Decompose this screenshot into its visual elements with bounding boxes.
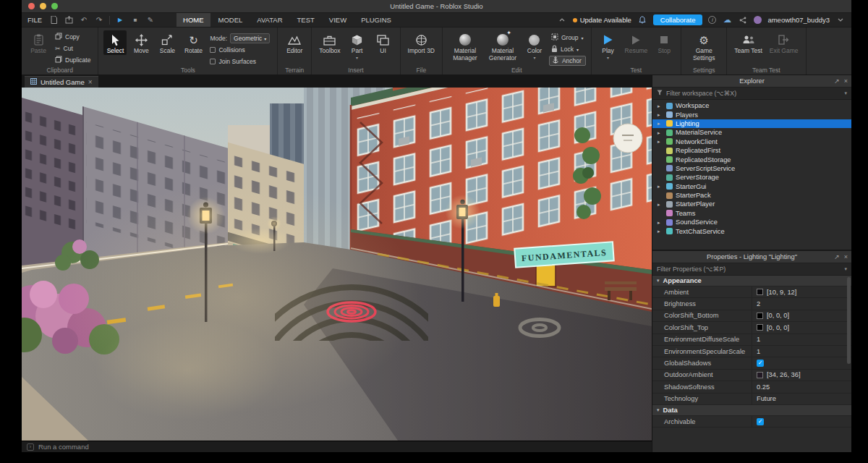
resume-button[interactable]: Resume bbox=[623, 30, 650, 55]
close-window-button[interactable] bbox=[28, 3, 35, 9]
redo-icon[interactable]: ↷ bbox=[94, 15, 104, 25]
popout-icon[interactable]: ↗ bbox=[834, 253, 840, 260]
color-swatch[interactable] bbox=[757, 324, 763, 331]
explorer-item-starter-pack[interactable]: ▸StarterPack bbox=[652, 191, 851, 200]
part-button[interactable]: Part ▾ bbox=[346, 30, 369, 60]
copy-button[interactable]: Copy bbox=[53, 32, 93, 42]
expand-arrow-icon[interactable]: ▸ bbox=[658, 229, 663, 234]
zoom-window-button[interactable] bbox=[51, 3, 58, 9]
expand-arrow-icon[interactable]: ▸ bbox=[658, 103, 663, 109]
expand-arrow-icon[interactable]: ▸ bbox=[658, 202, 663, 207]
close-panel-icon[interactable]: × bbox=[844, 253, 848, 260]
anchor-button[interactable]: Anchor bbox=[549, 56, 586, 66]
rotate-tool-button[interactable]: ↻ Rotate bbox=[182, 30, 205, 55]
color-swatch[interactable] bbox=[757, 289, 763, 295]
command-bar[interactable]: › Run a command bbox=[22, 441, 652, 452]
expand-arrow-icon[interactable]: ▸ bbox=[658, 220, 663, 225]
tab-plugins[interactable]: PLUGINS bbox=[354, 13, 398, 27]
property-colorshift_top[interactable]: ColorShift_Top[0, 0, 0] bbox=[652, 322, 851, 334]
new-file-icon[interactable] bbox=[48, 15, 59, 25]
color-swatch[interactable] bbox=[757, 372, 763, 378]
user-avatar[interactable] bbox=[754, 16, 762, 24]
explorer-item-starter-gui[interactable]: ▸StarterGui bbox=[652, 182, 851, 191]
duplicate-button[interactable]: Duplicate bbox=[53, 55, 93, 65]
explorer-item-starter-player[interactable]: ▸StarterPlayer bbox=[652, 200, 851, 208]
explorer-item-text-chat-service[interactable]: ▸TextChatService bbox=[652, 226, 851, 235]
document-tab-untitled-game[interactable]: Untitled Game × bbox=[25, 76, 98, 88]
property-archivable[interactable]: Archivable✓ bbox=[652, 416, 851, 428]
explorer-item-replicated-first[interactable]: ▸ReplicatedFirst bbox=[652, 146, 851, 155]
explorer-item-server-script-service[interactable]: ▸ServerScriptService bbox=[652, 164, 851, 173]
explorer-item-sound-service[interactable]: ▸SoundService bbox=[652, 218, 851, 226]
terrain-editor-button[interactable]: Editor bbox=[283, 30, 306, 55]
explorer-item-server-storage[interactable]: ▸ServerStorage bbox=[652, 173, 851, 182]
property-value[interactable]: 1 bbox=[757, 348, 760, 355]
properties-filter-input[interactable]: Filter Properties (⌥⌘P) ▾ bbox=[652, 263, 851, 276]
chevron-down-icon[interactable] bbox=[835, 15, 846, 25]
exit-game-button[interactable]: Exit Game bbox=[767, 30, 801, 55]
explorer-item-workspace[interactable]: ▸Workspace bbox=[652, 101, 851, 110]
popout-icon[interactable]: ↗ bbox=[834, 77, 840, 85]
checkbox-checked-icon[interactable]: ✓ bbox=[757, 418, 764, 425]
property-value[interactable]: 0.25 bbox=[757, 383, 770, 391]
notifications-bell-icon[interactable] bbox=[637, 15, 647, 25]
explorer-item-replicated-storage[interactable]: ▸ReplicatedStorage bbox=[652, 155, 851, 163]
properties-header[interactable]: Properties - Lighting "Lighting" ↗ × bbox=[652, 251, 851, 263]
quick-play-icon[interactable]: ▶ bbox=[115, 15, 125, 25]
expand-arrow-icon[interactable]: ▸ bbox=[658, 112, 663, 117]
explorer-header[interactable]: Explorer ↗ × bbox=[652, 75, 851, 88]
cloud-icon[interactable]: ☁ bbox=[722, 15, 732, 25]
file-menu-button[interactable]: FILE bbox=[27, 16, 42, 24]
close-panel-icon[interactable]: × bbox=[844, 77, 848, 85]
explorer-item-players[interactable]: ▸Players bbox=[652, 110, 851, 119]
update-available-button[interactable]: Update Available bbox=[573, 16, 631, 24]
lock-button[interactable]: Lock ▾ bbox=[549, 44, 586, 54]
play-button[interactable]: Play ▾ bbox=[597, 30, 620, 60]
material-manager-button[interactable]: Material Manager bbox=[448, 30, 482, 62]
property-value[interactable]: Future bbox=[757, 395, 776, 402]
property-shadowsoftness[interactable]: ShadowSoftness0.25 bbox=[652, 381, 851, 393]
paste-button[interactable]: Paste bbox=[27, 30, 50, 55]
property-value[interactable]: 1 bbox=[757, 336, 760, 343]
toolbox-button[interactable]: Toolbox bbox=[317, 30, 342, 55]
select-tool-button[interactable]: Select bbox=[103, 30, 127, 55]
property-value[interactable]: 2 bbox=[757, 300, 760, 307]
collisions-checkbox[interactable]: Collisions bbox=[208, 45, 272, 55]
join-surfaces-checkbox[interactable]: Join Surfaces bbox=[208, 56, 272, 67]
explorer-item-lighting[interactable]: ▸Lighting bbox=[652, 119, 851, 128]
tab-view[interactable]: VIEW bbox=[323, 13, 353, 27]
tab-avatar[interactable]: AVATAR bbox=[250, 13, 289, 27]
explorer-item-network-client[interactable]: ▸NetworkClient bbox=[652, 137, 851, 146]
property-value[interactable]: [10, 9, 12] bbox=[767, 289, 796, 296]
title-bar[interactable]: Untitled Game - Roblox Studio bbox=[22, 0, 851, 13]
import-3d-button[interactable]: Import 3D bbox=[406, 30, 437, 55]
property-value[interactable]: [0, 0, 0] bbox=[767, 324, 789, 331]
scale-tool-button[interactable]: Scale bbox=[156, 30, 179, 55]
quick-stop-icon[interactable]: ■ bbox=[130, 15, 140, 25]
section-header-appearance[interactable]: ▾Appearance bbox=[652, 276, 851, 286]
cut-button[interactable]: ✂ Cut bbox=[53, 43, 93, 54]
minimize-window-button[interactable] bbox=[40, 3, 46, 9]
game-settings-button[interactable]: ⚙ Game Settings bbox=[686, 30, 721, 62]
3d-viewport-scene[interactable]: FUNDAMENTALS bbox=[22, 88, 652, 441]
property-ambient[interactable]: Ambient[10, 9, 12] bbox=[652, 286, 851, 298]
group-button[interactable]: Group ▾ bbox=[549, 33, 586, 43]
expand-arrow-icon[interactable]: ▸ bbox=[658, 130, 663, 135]
color-swatch[interactable] bbox=[757, 313, 763, 319]
property-brightness[interactable]: Brightness2 bbox=[652, 298, 851, 310]
stop-button[interactable]: Stop bbox=[652, 30, 676, 55]
property-environmentdiffusescale[interactable]: EnvironmentDiffuseScale1 bbox=[652, 334, 851, 346]
team-test-button[interactable]: Team Test bbox=[732, 30, 765, 55]
property-globalshadows[interactable]: GlobalShadows✓ bbox=[652, 357, 851, 369]
properties-scrollbar[interactable] bbox=[847, 277, 851, 364]
expand-arrow-icon[interactable]: ▸ bbox=[658, 121, 663, 126]
tab-test[interactable]: TEST bbox=[291, 13, 321, 27]
explorer-item-material-service[interactable]: ▸MaterialService bbox=[652, 128, 851, 137]
explorer-filter-input[interactable]: Filter workspace (⌥⌘X) ▾ bbox=[652, 88, 851, 100]
username-label[interactable]: ameowth07_buddy3 bbox=[767, 16, 830, 24]
command-input[interactable]: Run a command bbox=[38, 443, 89, 451]
mode-dropdown[interactable]: Mode: Geometric▾ bbox=[208, 33, 272, 43]
publish-icon[interactable] bbox=[64, 15, 74, 25]
section-header-data[interactable]: ▾Data bbox=[652, 405, 851, 416]
color-button[interactable]: Color ▾ bbox=[523, 30, 546, 60]
